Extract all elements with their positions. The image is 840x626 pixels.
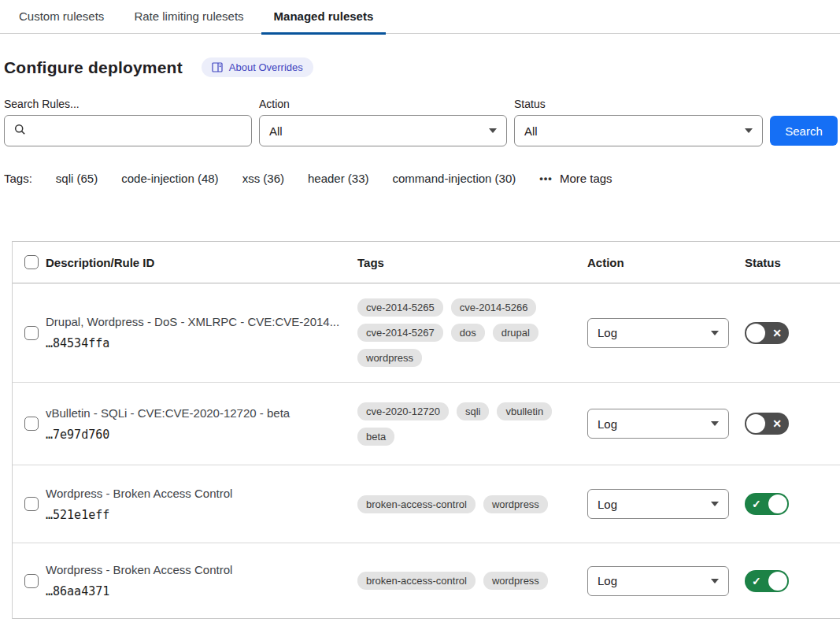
rule-id: …84534ffa bbox=[46, 336, 109, 350]
rule-description: Drupal, Wordpress - DoS - XMLRPC - CVE:C… bbox=[46, 315, 339, 328]
tag-pill: cve-2020-12720 bbox=[357, 402, 449, 420]
row-action-select[interactable]: Log bbox=[587, 566, 729, 596]
status-filter-value: All bbox=[524, 124, 538, 138]
rule-description: Wordpress - Broken Access Control bbox=[46, 487, 232, 500]
chevron-down-icon bbox=[711, 421, 719, 426]
row-checkbox[interactable] bbox=[24, 417, 39, 431]
tag-pill: broken-access-control bbox=[357, 572, 476, 590]
column-header-description: Description/Rule ID bbox=[46, 256, 357, 269]
tag-pill: cve-2014-5267 bbox=[357, 324, 443, 342]
toggle-state-icon: ✕ bbox=[772, 413, 782, 435]
action-filter-select[interactable]: All bbox=[259, 115, 507, 146]
row-action-value: Log bbox=[598, 574, 617, 587]
tags-bar: Tags: sqli (65) code-injection (48) xss … bbox=[4, 172, 840, 185]
page-title: Configure deployment bbox=[4, 58, 183, 77]
tab-custom-rulesets[interactable]: Custom rulesets bbox=[6, 0, 117, 35]
toggle-knob bbox=[768, 495, 787, 513]
tag-pill: wordpress bbox=[483, 495, 548, 513]
about-overrides-badge[interactable]: About Overrides bbox=[202, 57, 313, 77]
table-row: vBulletin - SQLi - CVE:CVE-2020-12720 - … bbox=[13, 383, 840, 465]
table-header-row: Description/Rule ID Tags Action Status bbox=[13, 242, 840, 283]
search-button[interactable]: Search bbox=[770, 116, 838, 146]
rule-id: …86aa4371 bbox=[46, 584, 109, 598]
heading-row: Configure deployment About Overrides bbox=[4, 57, 840, 77]
search-rules-label: Search Rules... bbox=[4, 98, 252, 110]
status-filter-label: Status bbox=[514, 98, 763, 110]
tag-pill: dos bbox=[451, 324, 485, 342]
toggle-knob bbox=[768, 572, 787, 591]
status-toggle[interactable]: ✕ bbox=[745, 322, 789, 344]
row-checkbox[interactable] bbox=[24, 497, 39, 511]
search-icon bbox=[14, 124, 26, 138]
chevron-down-icon bbox=[489, 128, 497, 133]
select-all-checkbox[interactable] bbox=[24, 255, 39, 269]
tag-pill: broken-access-control bbox=[357, 495, 476, 513]
toggle-state-icon: ✓ bbox=[752, 493, 761, 515]
row-action-select[interactable]: Log bbox=[587, 318, 729, 348]
table-row: Drupal, Wordpress - DoS - XMLRPC - CVE:C… bbox=[13, 283, 840, 383]
ellipsis-icon: ••• bbox=[539, 172, 553, 184]
tag-pill: wordpress bbox=[357, 349, 422, 367]
tab-managed-rulesets[interactable]: Managed rulesets bbox=[261, 0, 387, 35]
status-toggle[interactable]: ✕ bbox=[745, 413, 789, 435]
table-body: Drupal, Wordpress - DoS - XMLRPC - CVE:C… bbox=[13, 283, 840, 619]
tag-filter-code-injection[interactable]: code-injection (48) bbox=[121, 172, 218, 185]
row-action-select[interactable]: Log bbox=[587, 489, 729, 519]
row-action-value: Log bbox=[598, 326, 617, 339]
tag-pill: beta bbox=[357, 428, 394, 446]
tag-filter-sqli[interactable]: sqli (65) bbox=[56, 172, 98, 185]
about-overrides-label: About Overrides bbox=[229, 61, 303, 73]
tags-bar-label: Tags: bbox=[4, 172, 32, 185]
tag-pill: vbulletin bbox=[497, 402, 552, 420]
tag-filter-header[interactable]: header (33) bbox=[308, 172, 369, 185]
tag-pill: cve-2014-5265 bbox=[357, 298, 443, 317]
row-action-value: Log bbox=[598, 498, 617, 511]
tab-rate-limiting-rulesets[interactable]: Rate limiting rulesets bbox=[121, 0, 256, 35]
chevron-down-icon bbox=[711, 331, 719, 335]
ruleset-tabs: Custom rulesets Rate limiting rulesets M… bbox=[0, 0, 840, 34]
rule-description: vBulletin - SQLi - CVE:CVE-2020-12720 - … bbox=[46, 406, 290, 420]
more-tags-label: More tags bbox=[560, 172, 612, 185]
chevron-down-icon bbox=[745, 128, 753, 133]
tag-pill: drupal bbox=[493, 324, 538, 342]
book-icon bbox=[212, 62, 223, 72]
action-filter-label: Action bbox=[259, 98, 507, 110]
tag-filter-command-injection[interactable]: command-injection (30) bbox=[393, 172, 516, 185]
row-checkbox[interactable] bbox=[24, 326, 39, 340]
row-checkbox[interactable] bbox=[24, 574, 39, 588]
chevron-down-icon bbox=[711, 579, 719, 583]
column-header-action: Action bbox=[587, 256, 745, 269]
tag-filter-xss[interactable]: xss (36) bbox=[242, 172, 284, 185]
toggle-state-icon: ✕ bbox=[772, 322, 782, 344]
rule-id: …7e97d760 bbox=[46, 428, 109, 442]
rule-description: Wordpress - Broken Access Control bbox=[46, 563, 232, 576]
column-header-status: Status bbox=[745, 256, 840, 269]
search-rules-input[interactable] bbox=[32, 124, 242, 138]
toggle-knob bbox=[746, 324, 765, 343]
toggle-state-icon: ✓ bbox=[752, 570, 761, 592]
row-action-value: Log bbox=[598, 417, 617, 431]
tag-pill: sqli bbox=[457, 402, 490, 420]
row-action-select[interactable]: Log bbox=[587, 409, 729, 439]
table-row: Wordpress - Broken Access Control …521e1… bbox=[13, 465, 840, 543]
more-tags-button[interactable]: ••• More tags bbox=[539, 172, 612, 185]
toggle-knob bbox=[746, 414, 765, 433]
chevron-down-icon bbox=[711, 502, 719, 506]
status-toggle[interactable]: ✓ bbox=[745, 493, 789, 515]
search-rules-field bbox=[4, 115, 252, 146]
tag-pill: cve-2014-5266 bbox=[451, 298, 537, 317]
column-header-tags: Tags bbox=[357, 256, 587, 269]
status-filter-select[interactable]: All bbox=[514, 115, 763, 146]
rules-table: Description/Rule ID Tags Action Status D… bbox=[12, 241, 840, 619]
action-filter-value: All bbox=[269, 124, 283, 138]
rule-id: …521e1eff bbox=[46, 508, 109, 522]
status-toggle[interactable]: ✓ bbox=[745, 570, 789, 592]
table-row: Wordpress - Broken Access Control …86aa4… bbox=[13, 543, 840, 619]
tag-pill: wordpress bbox=[483, 572, 548, 590]
filter-bar: Search Rules... Action All Status bbox=[4, 98, 840, 146]
